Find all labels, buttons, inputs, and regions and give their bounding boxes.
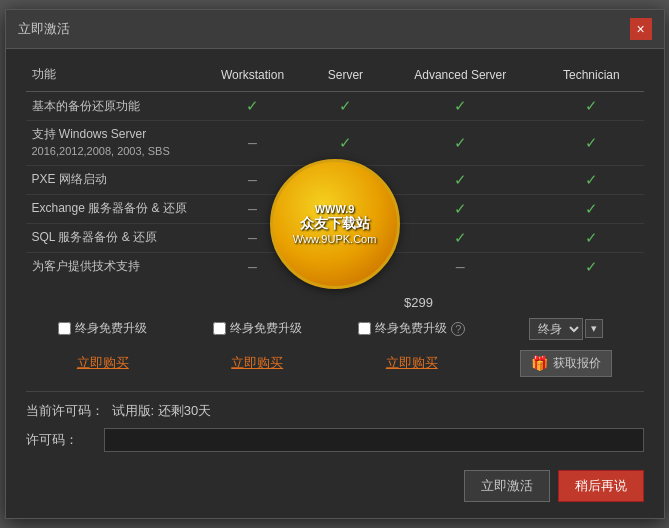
dropdown-arrow-icon[interactable]: ▾ xyxy=(585,319,603,338)
row-label: 基本的备份还原功能 xyxy=(26,92,196,121)
later-button[interactable]: 稍后再说 xyxy=(558,470,644,502)
col-advanced-server: Advanced Server xyxy=(381,61,539,92)
upgrade-help-icon[interactable]: ? xyxy=(451,322,465,336)
dash-icon: – xyxy=(248,229,257,246)
buy-advanced-link[interactable]: 立即购买 xyxy=(386,354,438,372)
check-icon: ✓ xyxy=(585,229,598,246)
cell-workstation: – xyxy=(196,223,310,252)
upgrade-check-advanced[interactable] xyxy=(358,322,371,335)
cell-server: ✓ xyxy=(310,121,382,166)
cell-workstation: – xyxy=(196,121,310,166)
feature-table-wrapper: WWW.9 众友下载站 Www.9UPK.Com 功能 Workstation … xyxy=(26,61,644,387)
title-bar: 立即激活 × xyxy=(6,10,664,49)
table-row: 基本的备份还原功能✓✓✓✓ xyxy=(26,92,644,121)
col-feature: 功能 xyxy=(26,61,196,92)
activate-button[interactable]: 立即激活 xyxy=(464,470,550,502)
cell-workstation: ✓ xyxy=(196,92,310,121)
dialog-content: WWW.9 众友下载站 Www.9UPK.Com 功能 Workstation … xyxy=(6,49,664,518)
license-code-input[interactable] xyxy=(104,428,644,452)
buy-col-server: 立即购买 xyxy=(180,350,335,377)
row-label: 为客户提供技术支持 xyxy=(26,252,196,281)
col-technician: Technician xyxy=(539,61,643,92)
cell-server: – xyxy=(310,223,382,252)
col-server: Server xyxy=(310,61,382,92)
dash-icon: – xyxy=(248,171,257,188)
row-label: 支持 Windows Server2016,2012,2008, 2003, S… xyxy=(26,121,196,166)
cell-technician: ✓ xyxy=(539,252,643,281)
buy-col-workstation: 立即购买 xyxy=(26,350,181,377)
cell-advanced_server: ✓ xyxy=(381,194,539,223)
buy-server-link[interactable]: 立即购买 xyxy=(231,354,283,372)
dash-icon: – xyxy=(341,229,350,246)
check-icon: ✓ xyxy=(585,258,598,275)
cell-workstation: – xyxy=(196,165,310,194)
quote-label: 获取报价 xyxy=(553,355,601,372)
dash-icon: – xyxy=(456,258,465,275)
upgrade-label-advanced[interactable]: 终身免费升级 ? xyxy=(358,320,465,337)
upgrade-col-advanced: 终身免费升级 ? xyxy=(335,320,490,337)
check-icon: ✓ xyxy=(585,200,598,217)
upgrade-label-text-sv: 终身免费升级 xyxy=(230,320,302,337)
check-icon: ✓ xyxy=(454,171,467,188)
row-label: PXE 网络启动 xyxy=(26,165,196,194)
buy-col-technician: 🎁 获取报价 xyxy=(489,350,644,377)
lifetime-select[interactable]: 终身 xyxy=(529,318,583,340)
dash-icon: – xyxy=(248,258,257,275)
upgrade-row: 终身免费升级 终身免费升级 终身免费升级 ? xyxy=(26,312,644,344)
dialog-title: 立即激活 xyxy=(18,20,70,38)
upgrade-col-workstation: 终身免费升级 xyxy=(26,320,181,337)
col-workstation: Workstation xyxy=(196,61,310,92)
upgrade-label-workstation[interactable]: 终身免费升级 xyxy=(58,320,147,337)
dash-icon: – xyxy=(248,134,257,151)
buy-workstation-link[interactable]: 立即购买 xyxy=(77,354,129,372)
upgrade-check-workstation[interactable] xyxy=(58,322,71,335)
check-icon: ✓ xyxy=(585,134,598,151)
cell-server: ✓ xyxy=(310,165,382,194)
check-icon: ✓ xyxy=(339,171,352,188)
check-icon: ✓ xyxy=(339,97,352,114)
cell-workstation: – xyxy=(196,252,310,281)
upgrade-check-server[interactable] xyxy=(213,322,226,335)
activate-dialog: 立即激活 × WWW.9 众友下载站 Www.9UPK.Com 功能 Works… xyxy=(5,9,665,519)
check-icon: ✓ xyxy=(454,229,467,246)
upgrade-label-text-av: 终身免费升级 xyxy=(375,320,447,337)
cell-technician: ✓ xyxy=(539,121,643,166)
gift-icon: 🎁 xyxy=(531,355,548,371)
row-label: SQL 服务器备份 & 还原 xyxy=(26,223,196,252)
table-row: SQL 服务器备份 & 还原––✓✓ xyxy=(26,223,644,252)
close-button[interactable]: × xyxy=(630,18,652,40)
upgrade-label-server[interactable]: 终身免费升级 xyxy=(213,320,302,337)
upgrade-col-technician: 终身 ▾ xyxy=(489,318,644,340)
license-code-label: 许可码： xyxy=(26,431,96,449)
get-quote-button[interactable]: 🎁 获取报价 xyxy=(520,350,612,377)
check-icon: ✓ xyxy=(454,200,467,217)
table-row: 为客户提供技术支持–––✓ xyxy=(26,252,644,281)
advanced-server-price: $299 xyxy=(344,295,494,310)
upgrade-col-server: 终身免费升级 xyxy=(180,320,335,337)
upgrade-label-text-ws: 终身免费升级 xyxy=(75,320,147,337)
cell-server: – xyxy=(310,194,382,223)
cell-technician: ✓ xyxy=(539,194,643,223)
cell-advanced_server: ✓ xyxy=(381,121,539,166)
check-icon: ✓ xyxy=(585,171,598,188)
cell-server: ✓ xyxy=(310,92,382,121)
dash-icon: – xyxy=(341,200,350,217)
bottom-bar: 立即激活 稍后再说 xyxy=(26,460,644,502)
current-license-label: 当前许可码： xyxy=(26,402,104,420)
check-icon: ✓ xyxy=(246,97,259,114)
check-icon: ✓ xyxy=(339,134,352,151)
buy-row: 立即购买 立即购买 立即购买 🎁 获取报价 xyxy=(26,344,644,387)
check-icon: ✓ xyxy=(454,134,467,151)
cell-server: – xyxy=(310,252,382,281)
price-row: $299 xyxy=(26,291,644,312)
current-license-value: 试用版: 还剩30天 xyxy=(112,402,212,420)
dash-icon: – xyxy=(341,258,350,275)
table-row: 支持 Windows Server2016,2012,2008, 2003, S… xyxy=(26,121,644,166)
table-row: PXE 网络启动–✓✓✓ xyxy=(26,165,644,194)
cell-advanced_server: ✓ xyxy=(381,165,539,194)
cell-advanced_server: ✓ xyxy=(381,223,539,252)
check-icon: ✓ xyxy=(585,97,598,114)
cell-advanced_server: ✓ xyxy=(381,92,539,121)
lifetime-dropdown: 终身 ▾ xyxy=(529,318,603,340)
cell-workstation: – xyxy=(196,194,310,223)
